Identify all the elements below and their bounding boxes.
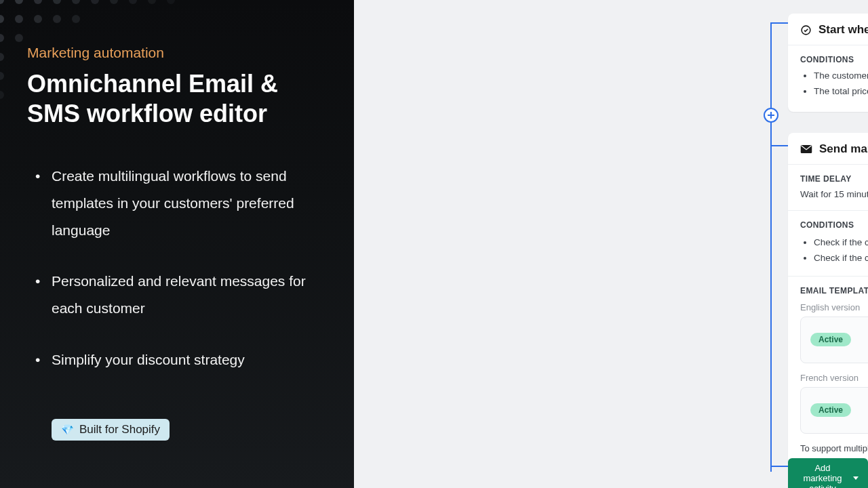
status-badge: Active [810,403,851,417]
connector-line [770,122,772,472]
status-badge: Active [810,333,851,346]
card-title: Start when... [818,23,868,37]
time-delay-heading: TIME DELAY [800,174,868,184]
template-version-label: English version [800,302,868,312]
condition-item: Check if the customer hasn't abandoned a… [814,251,868,266]
workflow-canvas[interactable]: Start when... Edit CONDITIONS The custom… [354,0,868,488]
condition-item: The total price of checkout is more than… [814,84,868,100]
connector-line [770,22,772,108]
badge-label: Built for Shopify [79,423,160,436]
check-circle-icon [800,24,812,36]
conditions-list: The customer abandons a new checkout The… [814,68,868,100]
card-title: Send marketing email [819,142,868,156]
multi-language-note: To support multiple languages, add a new… [800,443,868,453]
chevron-down-icon [853,476,859,480]
time-delay-value: Wait for 15 minutes [800,189,868,199]
eyebrow: Marketing automation [27,45,327,61]
condition-item: Check if the customer hasn't placed an o… [814,235,868,251]
feature-list: Create multilingual workflows to send te… [52,163,323,373]
template-version-label: French version [800,373,868,383]
connector-line [770,22,788,24]
conditions-list: Check if the customer hasn't placed an o… [814,235,868,266]
feature-item: Create multilingual workflows to send te… [52,163,323,244]
feature-item: Personalized and relevant messages for e… [52,268,323,322]
gem-icon: 💎 [61,424,74,436]
connector-line [770,145,788,146]
email-templates-heading: EMAIL TEMPLATES [800,286,868,296]
email-template-row[interactable]: Active Send to All customers Subject lin… [800,317,868,363]
email-template-row[interactable]: Active Send to All customers Subject lin… [800,387,868,434]
feature-item: Simplify your discount strategy [52,346,323,373]
promo-panel: Marketing automation Omnichannel Email &… [0,0,354,488]
headline: Omnichannel Email & SMS workflow editor [27,69,326,129]
conditions-heading: CONDITIONS [800,220,868,230]
mail-icon [800,144,812,154]
built-for-shopify-badge: 💎 Built for Shopify [52,419,170,441]
condition-item: The customer abandons a new checkout [814,68,868,84]
add-marketing-activity-button[interactable]: Add marketing activity [788,458,868,488]
connector-line [770,466,788,467]
conditions-heading: CONDITIONS [800,55,868,64]
send-email-step-card: Send marketing email Step #1 Edit TIME D… [788,133,868,464]
start-trigger-card: Start when... Edit CONDITIONS The custom… [788,14,868,112]
add-between-button[interactable] [764,108,778,123]
